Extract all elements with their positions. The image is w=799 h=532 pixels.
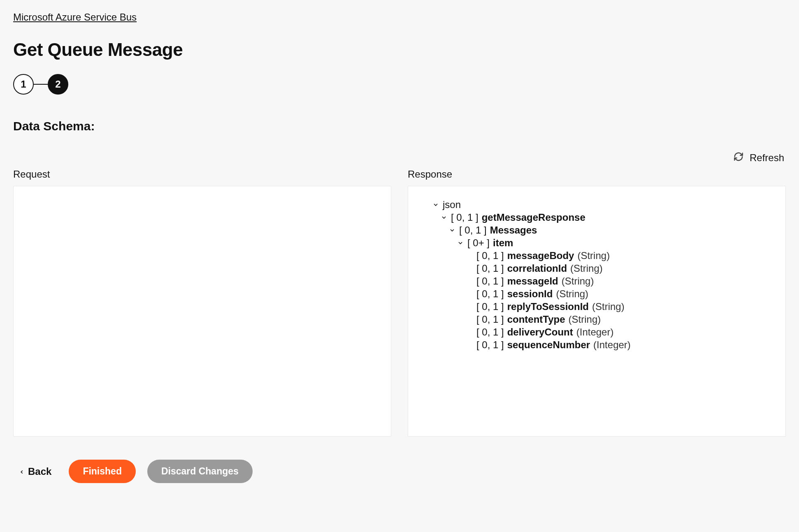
breadcrumb-link[interactable]: Microsoft Azure Service Bus: [13, 12, 137, 23]
tree-node-getmessageresponse[interactable]: [ 0, 1 ] getMessageResponse: [416, 212, 777, 223]
tree-node-name: item: [493, 237, 513, 249]
tree-leaf-type: (String): [556, 288, 588, 300]
response-panel: json [ 0, 1 ] getMessageResponse: [408, 186, 786, 437]
tree-leaf[interactable]: [ 0, 1 ]messageId(String): [416, 275, 777, 287]
request-label: Request: [13, 169, 391, 180]
tree-node-cardinality: [ 0+ ]: [467, 237, 490, 249]
tree-leaf-type: (Integer): [593, 339, 631, 351]
tree-leaf-cardinality: [ 0, 1 ]: [476, 339, 504, 351]
response-label: Response: [408, 169, 786, 180]
tree-leaf-cardinality: [ 0, 1 ]: [476, 275, 504, 287]
tree-leaf-name: messageId: [507, 275, 558, 287]
chevron-down-icon[interactable]: [432, 201, 439, 208]
tree-leaf-type: (String): [562, 275, 594, 287]
tree-node-messages[interactable]: [ 0, 1 ] Messages: [416, 224, 777, 236]
tree-node-name: getMessageResponse: [482, 212, 585, 223]
tree-node-item[interactable]: [ 0+ ] item: [416, 237, 777, 249]
back-label: Back: [28, 466, 51, 477]
chevron-left-icon: [19, 466, 25, 477]
tree-leaf[interactable]: [ 0, 1 ]messageBody(String): [416, 250, 777, 261]
back-button[interactable]: Back: [13, 466, 57, 477]
tree-leaf[interactable]: [ 0, 1 ]contentType(String): [416, 314, 777, 325]
tree-leaf-type: (Integer): [576, 326, 614, 338]
discard-button[interactable]: Discard Changes: [147, 460, 253, 483]
tree-leaf-cardinality: [ 0, 1 ]: [476, 288, 504, 300]
chevron-down-icon[interactable]: [440, 214, 448, 221]
tree-leaf[interactable]: [ 0, 1 ]sequenceNumber(Integer): [416, 339, 777, 351]
tree-leaf-type: (String): [570, 263, 603, 274]
chevron-down-icon[interactable]: [457, 240, 464, 246]
tree-leaf[interactable]: [ 0, 1 ]correlationId(String): [416, 263, 777, 274]
tree-leaf[interactable]: [ 0, 1 ]sessionId(String): [416, 288, 777, 300]
request-panel: [13, 186, 391, 437]
tree-leaf-type: (String): [592, 301, 625, 312]
stepper: 1 2: [13, 74, 786, 95]
step-2[interactable]: 2: [48, 74, 68, 95]
tree-leaf-name: replyToSessionId: [507, 301, 589, 312]
tree-node-name: Messages: [490, 224, 537, 236]
tree-leaf-name: messageBody: [507, 250, 574, 261]
tree-leaf-cardinality: [ 0, 1 ]: [476, 326, 504, 338]
finished-button[interactable]: Finished: [69, 460, 136, 483]
tree-leaf[interactable]: [ 0, 1 ]replyToSessionId(String): [416, 301, 777, 312]
tree-leaf-name: contentType: [507, 314, 565, 325]
tree-leaf-name: correlationId: [507, 263, 567, 274]
tree-node-name: json: [443, 199, 461, 210]
chevron-down-icon[interactable]: [448, 227, 456, 234]
section-title: Data Schema:: [13, 119, 786, 133]
tree-leaf-cardinality: [ 0, 1 ]: [476, 263, 504, 274]
tree-leaf[interactable]: [ 0, 1 ]deliveryCount(Integer): [416, 326, 777, 338]
tree-leaf-name: deliveryCount: [507, 326, 573, 338]
page-title: Get Queue Message: [13, 39, 786, 60]
tree-node-cardinality: [ 0, 1 ]: [459, 224, 487, 236]
step-connector: [34, 84, 48, 85]
tree-leaf-type: (String): [569, 314, 601, 325]
tree-node-cardinality: [ 0, 1 ]: [451, 212, 478, 223]
step-1[interactable]: 1: [13, 74, 34, 95]
tree-node-json[interactable]: json: [416, 199, 777, 210]
tree-leaf-name: sessionId: [507, 288, 553, 300]
footer-actions: Back Finished Discard Changes: [13, 460, 786, 483]
tree-leaf-cardinality: [ 0, 1 ]: [476, 314, 504, 325]
refresh-icon: [733, 151, 744, 164]
tree-leaf-cardinality: [ 0, 1 ]: [476, 301, 504, 312]
refresh-button[interactable]: Refresh: [733, 151, 784, 164]
tree-leaf-name: sequenceNumber: [507, 339, 590, 351]
refresh-label: Refresh: [750, 152, 784, 164]
tree-leaf-type: (String): [577, 250, 610, 261]
tree-leaf-cardinality: [ 0, 1 ]: [476, 250, 504, 261]
